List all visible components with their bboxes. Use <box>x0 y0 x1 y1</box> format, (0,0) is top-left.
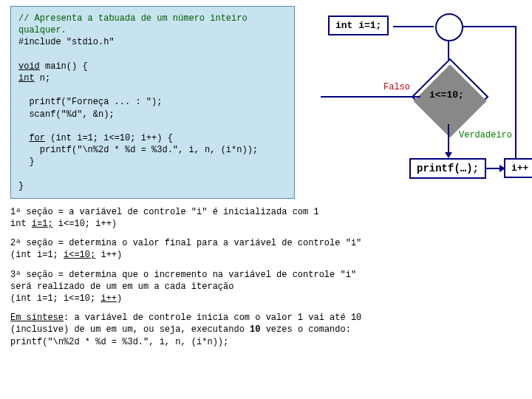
note-section-1: 1ª seção = a variável de controle "i" é … <box>10 206 522 230</box>
arrow-down-icon <box>445 152 452 158</box>
code-scanf: scanf("%d", &n); <box>18 109 287 120</box>
flow-action-box: printf(…); <box>409 158 486 179</box>
kw-int: int <box>18 73 35 83</box>
flow-line <box>448 124 449 154</box>
code-include: #include "stdio.h" <box>18 36 287 48</box>
note-section-2: 2ª seção = determina o valor final para … <box>10 237 522 261</box>
flow-line <box>321 96 420 98</box>
code-main: void main() { <box>18 61 287 72</box>
flow-init-box: int i=1; <box>328 16 389 35</box>
code-decl: int n; <box>18 72 287 84</box>
flow-false-label: Falso <box>383 82 410 92</box>
flow-true-label: Verdadeiro <box>459 130 512 140</box>
code-printf1: printf("Forneça ... : "); <box>18 96 287 108</box>
flow-init-label: int i=1; <box>335 20 381 31</box>
flow-line <box>393 26 434 27</box>
arrow-right-icon <box>499 165 505 172</box>
flow-entry-circle <box>435 13 463 41</box>
kw-void: void <box>18 61 40 72</box>
flow-incr-label: i++ <box>511 163 528 174</box>
flow-line <box>485 168 501 169</box>
code-comment: // Apresenta a tabuada de um número inte… <box>18 13 287 36</box>
code-close2: } <box>18 180 287 192</box>
flow-line <box>515 27 516 158</box>
flow-action-label: printf(…); <box>417 163 479 174</box>
code-close1: } <box>18 156 287 168</box>
code-for: for (int i=1; i<=10; i++) { <box>18 132 287 144</box>
code-printf2: printf("\n%2d * %d = %3d.", i, n, (i*n))… <box>18 144 287 156</box>
kw-for: for <box>29 133 45 143</box>
note-synthesis: Em síntese: a variável de controle inici… <box>10 312 522 348</box>
flow-cond-label: i<=10; <box>429 89 464 100</box>
flowchart: int i=1; i<=10; Falso Verdadeiro printf(… <box>306 12 528 193</box>
code-block: // Apresenta a tabuada de um número inte… <box>10 6 295 199</box>
flow-line <box>462 26 516 27</box>
note-section-3: 3ª seção = determina que o incremento na… <box>10 269 522 305</box>
flow-incr-box: i++ <box>504 158 532 178</box>
